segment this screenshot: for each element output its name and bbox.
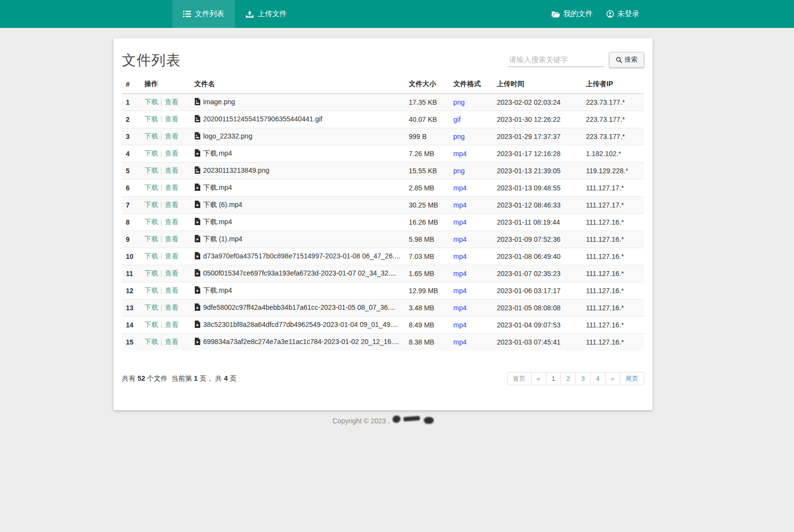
nav-login-status[interactable]: 未登录 <box>600 0 646 28</box>
download-link[interactable]: 下载 <box>144 338 158 346</box>
file-size: 2.85 MB <box>405 180 449 197</box>
upload-time: 2023-01-09 07:52:36 <box>493 231 582 248</box>
file-format-link[interactable]: mp4 <box>453 253 467 260</box>
header-format: 文件格式 <box>449 75 493 93</box>
download-link[interactable]: 下载 <box>144 269 158 277</box>
file-format-link[interactable]: mp4 <box>453 201 467 209</box>
table-row: 12 下载|查看 下载.mp4 12.99 MB mp4 2023-01-06 … <box>122 282 644 300</box>
search-button[interactable]: 搜索 <box>609 52 644 68</box>
uploader-ip: 111.127.17.* <box>582 180 644 197</box>
header-filesize: 文件大小 <box>405 75 449 93</box>
tab-file-list-label: 文件列表 <box>195 9 224 19</box>
upload-time: 2023-01-03 07:45:41 <box>493 334 582 351</box>
header-filename: 文件名 <box>190 75 405 93</box>
row-index: 6 <box>122 180 140 197</box>
download-link[interactable]: 下载 <box>144 321 158 328</box>
download-link[interactable]: 下载 <box>144 218 158 226</box>
summary-text: 当前第 <box>171 374 192 382</box>
pagination: 首页«1234»尾页 <box>507 372 644 385</box>
row-index: 2 <box>122 111 140 128</box>
file-video-icon <box>194 286 201 295</box>
file-format-link[interactable]: png <box>453 98 465 106</box>
download-link[interactable]: 下载 <box>144 235 158 243</box>
navbar: 文件列表 上传文件 我的文件 未登录 <box>0 0 794 28</box>
action-separator: | <box>161 166 163 174</box>
file-video-icon <box>194 338 201 347</box>
view-link[interactable]: 查看 <box>165 269 179 277</box>
file-format-link[interactable]: png <box>453 133 465 140</box>
file-video-icon <box>194 201 201 209</box>
view-link[interactable]: 查看 <box>165 149 179 157</box>
search-area: 搜索 <box>508 52 644 68</box>
file-format-link[interactable]: gif <box>453 116 461 123</box>
pagination-button[interactable]: 尾页 <box>620 372 644 385</box>
row-index: 8 <box>122 214 140 231</box>
file-size: 8.38 MB <box>405 334 449 351</box>
uploader-ip: 111.127.16.* <box>582 334 644 351</box>
file-format-link[interactable]: mp4 <box>453 184 467 192</box>
file-video-icon <box>194 184 201 192</box>
file-size: 999 B <box>405 128 449 145</box>
file-format-link[interactable]: mp4 <box>453 235 467 243</box>
view-link[interactable]: 查看 <box>165 184 179 191</box>
pagination-button[interactable]: 3 <box>575 372 590 385</box>
navbar-tabs: 文件列表 上传文件 <box>172 0 298 28</box>
file-format-link[interactable]: png <box>453 167 465 175</box>
uploader-ip: 111.127.16.* <box>582 248 644 265</box>
pagination-button[interactable]: 首页 <box>507 372 532 385</box>
header-uploader-ip: 上传者IP <box>582 75 644 93</box>
view-link[interactable]: 查看 <box>165 303 179 311</box>
view-link[interactable]: 查看 <box>165 98 179 106</box>
tab-upload-file[interactable]: 上传文件 <box>235 0 298 28</box>
file-video-icon <box>194 269 201 278</box>
list-icon <box>183 11 191 17</box>
pagination-button[interactable]: « <box>531 372 546 385</box>
action-separator: | <box>161 286 163 294</box>
search-input[interactable] <box>508 52 604 67</box>
file-format-link[interactable]: mp4 <box>453 150 467 158</box>
view-link[interactable]: 查看 <box>165 218 179 226</box>
view-link[interactable]: 查看 <box>165 252 179 260</box>
download-link[interactable]: 下载 <box>144 98 158 106</box>
download-link[interactable]: 下载 <box>144 286 158 294</box>
view-link[interactable]: 查看 <box>165 235 179 243</box>
file-format-link[interactable]: mp4 <box>453 270 467 278</box>
file-format-link[interactable]: mp4 <box>453 218 467 226</box>
pagination-button[interactable]: » <box>605 372 620 385</box>
upload-time: 2023-02-02 02:03:24 <box>493 93 582 111</box>
file-video-icon <box>194 149 201 158</box>
view-link[interactable]: 查看 <box>165 321 179 328</box>
download-link[interactable]: 下载 <box>144 252 158 260</box>
view-link[interactable]: 查看 <box>165 115 179 123</box>
download-link[interactable]: 下载 <box>144 184 158 191</box>
nav-my-files[interactable]: 我的文件 <box>545 0 600 28</box>
table-body: 1 下载|查看 image.png 17.35 KB png 2023-02-0… <box>122 93 644 350</box>
download-link[interactable]: 下载 <box>144 166 158 174</box>
uploader-ip: 119.129.228.* <box>582 162 644 180</box>
upload-time: 2023-01-12 08:46:33 <box>493 197 582 214</box>
download-link[interactable]: 下载 <box>144 132 158 140</box>
pagination-button[interactable]: 2 <box>560 372 576 385</box>
file-name: d73a970ef0a437517b0c898e71514997-2023-01… <box>203 252 400 260</box>
download-link[interactable]: 下载 <box>144 149 158 157</box>
pagination-button[interactable]: 4 <box>590 372 606 385</box>
view-link[interactable]: 查看 <box>165 132 179 140</box>
pagination-button[interactable]: 1 <box>546 372 561 385</box>
file-format-link[interactable]: mp4 <box>453 338 467 346</box>
file-format-link[interactable]: mp4 <box>453 287 467 295</box>
view-link[interactable]: 查看 <box>165 286 179 294</box>
summary-text: 页 <box>230 374 236 382</box>
file-size: 17.35 KB <box>405 93 449 111</box>
download-link[interactable]: 下载 <box>144 303 158 311</box>
navbar-right: 我的文件 未登录 <box>545 0 646 28</box>
file-format-link[interactable]: mp4 <box>453 321 467 329</box>
view-link[interactable]: 查看 <box>165 201 179 208</box>
view-link[interactable]: 查看 <box>165 338 179 346</box>
tab-file-list[interactable]: 文件列表 <box>172 0 235 28</box>
row-index: 5 <box>122 162 140 180</box>
download-link[interactable]: 下载 <box>144 115 158 123</box>
file-format-link[interactable]: mp4 <box>453 304 467 312</box>
download-link[interactable]: 下载 <box>144 201 158 208</box>
upload-time: 2023-01-06 03:17:17 <box>493 282 582 300</box>
view-link[interactable]: 查看 <box>165 166 179 174</box>
